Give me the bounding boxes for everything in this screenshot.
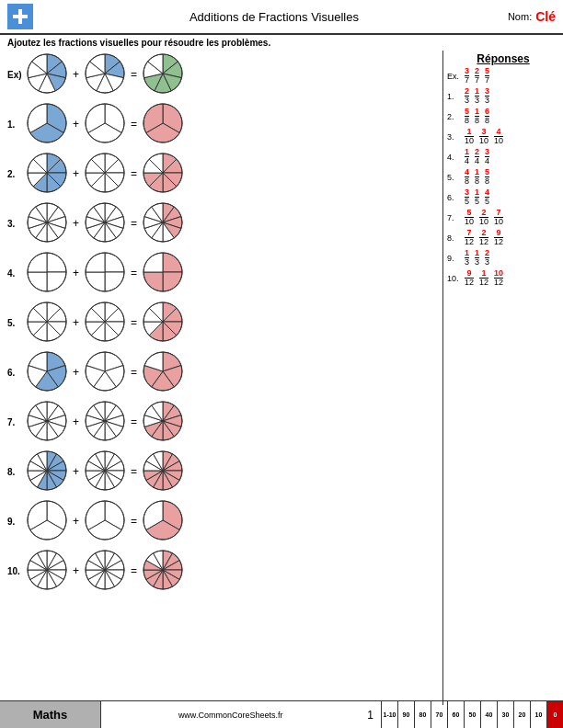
problem-label: 5. — [7, 318, 26, 328]
plus-sign: + — [73, 267, 79, 279]
circle-container: + = — [26, 152, 184, 196]
answer-label: 10. — [447, 274, 462, 283]
plus-sign: + — [73, 217, 79, 230]
footer-url: www.CommonCoreSheets.fr — [101, 711, 360, 720]
frac-b: 2 12 — [479, 229, 488, 246]
frac-b: 3 10 — [479, 128, 488, 145]
problem-row: 6. + = — [7, 350, 435, 394]
frac-c: 2 3 — [485, 249, 489, 267]
equals-sign: = — [131, 415, 137, 428]
main-content: Ex) + = 1. + = 2. + = 3. + — [0, 51, 563, 705]
frac-b: 1 5 — [475, 188, 479, 206]
score-cell: 10 — [530, 701, 546, 729]
problem-row: 5. + = — [7, 301, 435, 345]
answer-label: 1. — [447, 92, 462, 101]
equals-sign: = — [131, 515, 137, 528]
score-cell: 60 — [447, 701, 464, 729]
problem-label: 3. — [7, 219, 26, 229]
score-cell: 1-10 — [381, 701, 397, 729]
frac-a: 3 7 — [465, 67, 469, 85]
answer-label: 5. — [447, 173, 462, 182]
frac-a: 1 3 — [465, 249, 469, 267]
result-pie — [142, 549, 184, 593]
frac-c: 6 8 — [485, 108, 489, 125]
frac-c: 5 8 — [485, 168, 489, 186]
plus-sign: + — [73, 515, 79, 528]
result-pie — [142, 102, 184, 146]
problem-row: 10. + = — [7, 549, 435, 593]
score-cell: 40 — [480, 701, 497, 729]
frac-a: 1 4 — [465, 148, 469, 165]
addend2-pie — [84, 52, 126, 97]
answers-column: Réponses Ex. 3 7 2 7 5 7 1. 2 3 1 3 3 3 … — [443, 51, 563, 705]
problem-label: 4. — [7, 268, 26, 279]
circle-container: + = — [26, 251, 184, 295]
frac-b: 1 3 — [475, 249, 479, 267]
frac-c: 3 3 — [485, 87, 489, 105]
footer-page: 1 — [367, 709, 373, 722]
frac-a: 4 8 — [465, 168, 469, 186]
problem-row: Ex) + = — [7, 52, 435, 97]
circle-container: + = — [26, 102, 184, 146]
frac-b: 2 7 — [475, 67, 479, 85]
equals-sign: = — [131, 316, 137, 329]
frac-b: 2 10 — [479, 209, 488, 226]
answer-row: 5. 4 8 1 8 5 8 — [447, 168, 559, 186]
answer-label: 8. — [447, 233, 462, 243]
frac-b: 1 8 — [475, 168, 479, 186]
page: Additions de Fractions Visuelles Nom: Cl… — [0, 0, 563, 728]
addend1-pie — [26, 251, 68, 295]
problem-label: Ex) — [7, 70, 26, 80]
addend1-pie — [26, 201, 68, 245]
frac-a: 5 10 — [465, 209, 474, 226]
result-pie — [142, 350, 184, 394]
frac-c: 10 12 — [494, 269, 503, 287]
answer-row: 8. 7 12 2 12 9 12 — [447, 229, 559, 246]
problem-label: 9. — [7, 517, 26, 527]
result-pie — [142, 301, 184, 345]
equals-sign: = — [131, 217, 137, 230]
addend2-pie — [84, 301, 126, 345]
problem-label: 6. — [7, 368, 26, 378]
circle-container: + = — [26, 400, 184, 444]
result-pie — [142, 52, 184, 97]
score-cell: 90 — [397, 701, 414, 729]
score-cell: 50 — [464, 701, 480, 729]
score-cell: 20 — [513, 701, 530, 729]
equals-sign: = — [131, 267, 137, 279]
frac-b: 2 4 — [475, 148, 479, 165]
circle-container: + = — [26, 549, 184, 593]
plus-sign: + — [73, 316, 79, 329]
problem-row: 9. + = — [7, 499, 435, 543]
score-cell: 80 — [414, 701, 431, 729]
frac-c: 7 10 — [494, 209, 503, 226]
equals-sign: = — [131, 68, 137, 81]
problem-row: 7. + = — [7, 400, 435, 444]
addend1-pie — [26, 400, 68, 444]
addend2-pie — [84, 102, 126, 146]
answer-label: Ex. — [447, 72, 462, 81]
plus-sign: + — [73, 167, 79, 180]
frac-a: 9 12 — [465, 269, 474, 287]
frac-a: 3 5 — [465, 188, 469, 206]
addend2-pie — [84, 549, 126, 593]
plus-sign: + — [73, 415, 79, 428]
answer-row: 6. 3 5 1 5 4 5 — [447, 188, 559, 206]
equals-sign: = — [131, 366, 137, 379]
answer-label: 2. — [447, 112, 462, 121]
result-pie — [142, 251, 184, 295]
plus-sign: + — [73, 564, 79, 577]
circle-container: + = — [26, 449, 184, 494]
problem-row: 2. + = — [7, 152, 435, 196]
plus-sign: + — [73, 465, 79, 478]
plus-sign: + — [73, 366, 79, 379]
circle-container: + = — [26, 350, 184, 394]
addend1-pie — [26, 102, 68, 146]
answer-row: 10. 9 12 1 12 10 12 — [447, 269, 559, 287]
result-pie — [142, 400, 184, 444]
answer-row: 1. 2 3 1 3 3 3 — [447, 87, 559, 105]
addend1-pie — [26, 350, 68, 394]
result-pie — [142, 201, 184, 245]
problem-row: 4. + = — [7, 251, 435, 295]
addend1-pie — [26, 52, 68, 97]
